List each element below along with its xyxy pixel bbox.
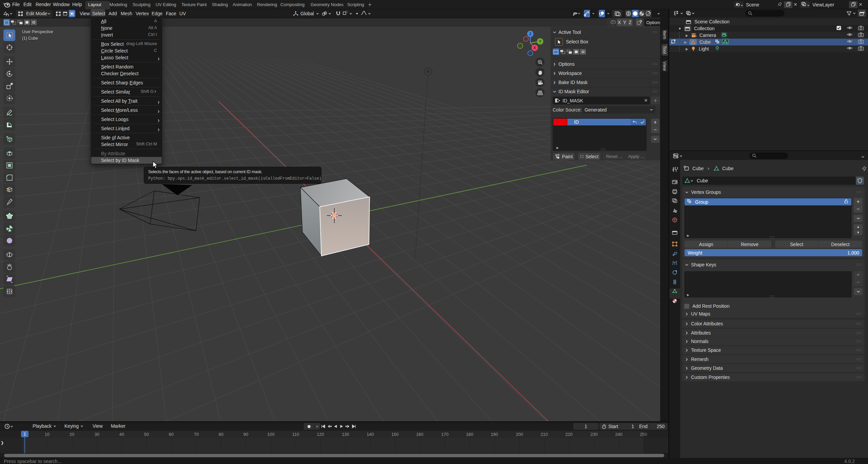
svg-text:Z: Z bbox=[529, 32, 532, 36]
svg-text:Y: Y bbox=[539, 39, 541, 43]
svg-text:X: X bbox=[533, 46, 536, 50]
